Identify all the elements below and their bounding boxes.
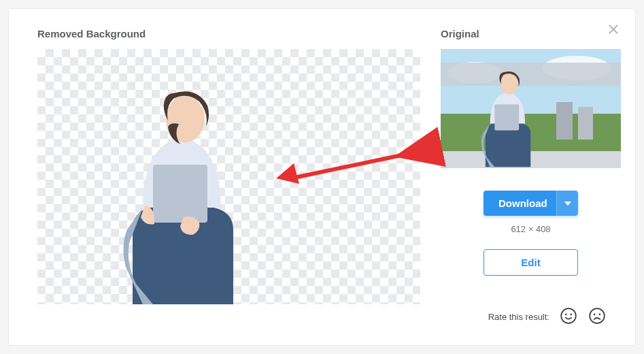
removed-title: Removed Background xyxy=(37,28,420,39)
download-options-button[interactable] xyxy=(556,191,578,216)
svg-rect-6 xyxy=(556,102,573,140)
rate-bad-button[interactable] xyxy=(588,307,607,326)
content-row: Removed Background Original xyxy=(37,28,607,304)
svg-point-16 xyxy=(598,314,600,316)
image-dimensions: 612 × 408 xyxy=(511,224,550,234)
person-illustration-small xyxy=(461,56,549,168)
svg-rect-9 xyxy=(494,104,519,130)
download-button-group: Download xyxy=(484,191,578,216)
svg-point-12 xyxy=(565,314,567,316)
svg-point-15 xyxy=(594,314,596,316)
svg-rect-0 xyxy=(153,165,207,223)
removed-column: Removed Background xyxy=(37,28,420,304)
person-illustration xyxy=(78,59,275,304)
rate-row: Rate this result: xyxy=(488,307,607,326)
svg-point-14 xyxy=(590,308,605,323)
rate-label: Rate this result: xyxy=(488,312,549,322)
svg-point-11 xyxy=(561,308,576,323)
svg-point-13 xyxy=(570,314,572,316)
original-preview xyxy=(441,49,621,168)
removed-background-preview xyxy=(37,49,420,304)
close-icon xyxy=(605,21,622,37)
original-title: Original xyxy=(441,28,479,39)
rate-good-button[interactable] xyxy=(559,307,578,326)
frown-icon xyxy=(588,307,606,325)
result-card: Removed Background Original xyxy=(8,8,636,346)
close-button[interactable] xyxy=(605,21,622,37)
edit-button[interactable]: Edit xyxy=(484,249,578,276)
smile-icon xyxy=(560,307,577,325)
download-button[interactable]: Download xyxy=(484,191,556,216)
svg-rect-7 xyxy=(578,107,593,140)
original-column: Original xyxy=(441,28,621,304)
chevron-down-icon xyxy=(564,202,571,206)
